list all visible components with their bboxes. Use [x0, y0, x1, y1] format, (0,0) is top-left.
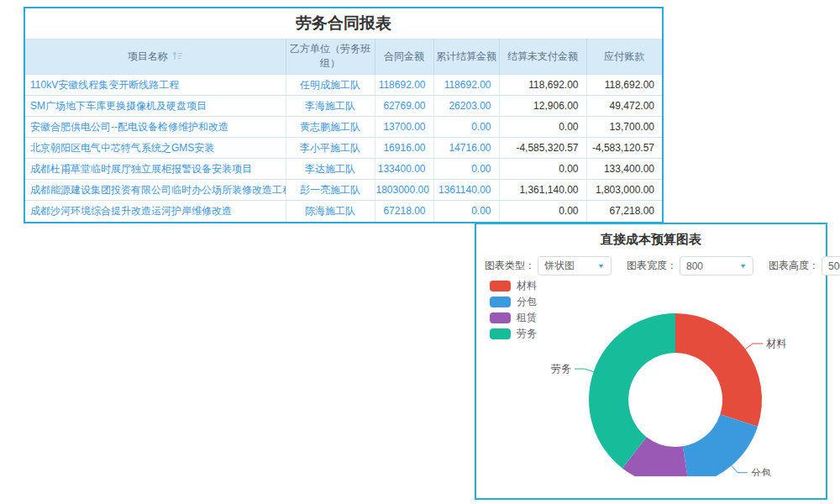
project-name-link[interactable]: 成都杜甫草堂临时展厅独立展柜报警设备安装项目	[25, 159, 286, 180]
legend-swatch-subcontract	[490, 297, 511, 307]
table-row: 110kV安徽线程集变开断线路工程 任明成施工队 118692.00 11869…	[25, 75, 662, 96]
contract-amount-cell: 62769.00	[375, 96, 433, 117]
contract-amount-cell: 133400.00	[375, 159, 433, 180]
legend-swatch-materials	[490, 281, 511, 291]
settled-amount-cell: 0.00	[433, 159, 499, 180]
settled-amount-cell: 1361140.00	[433, 180, 499, 201]
payable-cell: 13,700.00	[586, 117, 662, 138]
table-row: 成都杜甫草堂临时展厅独立展柜报警设备安装项目 李达施工队 133400.00 0…	[25, 159, 662, 180]
column-header-payable: 应付账款	[586, 39, 662, 75]
unpaid-amount-cell: 0.00	[499, 117, 586, 138]
legend-label-lease: 租赁	[517, 311, 537, 325]
payable-cell: 133,400.00	[586, 159, 662, 180]
team-cell: 任明成施工队	[286, 75, 375, 96]
sort-icon[interactable]	[172, 51, 183, 63]
project-name-link[interactable]: 110kV安徽线程集变开断线路工程	[25, 75, 286, 96]
project-name-link[interactable]: 成都沙河环境综合提升改造运河护岸维修改造	[25, 201, 286, 222]
pie-slice-劳务[interactable]	[589, 313, 675, 468]
table-row: SM广场地下车库更换摄像机及硬盘项目 李海施工队 62769.00 26203.…	[25, 96, 662, 117]
team-cell: 李海施工队	[286, 96, 375, 117]
unpaid-amount-cell: 0.00	[499, 201, 586, 222]
slice-label: 材料	[765, 338, 786, 349]
unpaid-amount-cell: -4,585,320.57	[499, 138, 586, 159]
legend-item-materials[interactable]: 材料	[490, 278, 537, 294]
label-leader-line	[745, 344, 763, 349]
chart-legend: 材料 分包 租赁 劳务	[490, 278, 537, 342]
team-cell: 李小平施工队	[286, 138, 375, 159]
table-row: 北京朝阳区电气中芯特气系统之GMS安装 李小平施工队 16916.00 1471…	[25, 138, 662, 159]
legend-item-subcontract[interactable]: 分包	[490, 294, 537, 310]
payable-cell: 67,218.00	[586, 201, 662, 222]
legend-item-labor[interactable]: 劳务	[490, 326, 537, 342]
column-header-team: 乙方单位（劳务班组）	[286, 39, 375, 75]
settled-amount-cell: 26203.00	[433, 96, 499, 117]
legend-swatch-lease	[490, 312, 511, 323]
donut-chart[interactable]: 材料分包租赁劳务	[476, 224, 826, 476]
page: { "report": { "title": "劳务合同报表", "column…	[0, 0, 840, 504]
chart-height-value: 500	[828, 260, 840, 272]
settled-amount-cell: 118692.00	[433, 75, 499, 96]
contract-amount-cell: 16916.00	[375, 138, 433, 159]
contract-amount-cell: 1803000.00	[375, 180, 433, 201]
payable-cell: 118,692.00	[586, 75, 662, 96]
header-row: 项目名称 乙方单位（劳务班组） 合同金额 累计结算金额 结算未支付金额 应付账款	[25, 39, 662, 75]
direct-cost-budget-chart-panel: 直接成本预算图表 图表类型： 饼状图 ▼ 图表宽度： 800 ▼ 图表高度： 5…	[475, 223, 827, 500]
legend-label-subcontract: 分包	[517, 295, 537, 309]
column-header-settled-amount: 累计结算金额	[433, 39, 499, 75]
table-row: 成都能源建设集团投资有限公司临时办公场所装修改造工程EPC 彭一亮施工队 180…	[25, 180, 662, 201]
report-table: 项目名称 乙方单位（劳务班组） 合同金额 累计结算金额 结算未支付金额 应付账款…	[25, 39, 662, 222]
legend-label-materials: 材料	[517, 279, 537, 293]
pie-slice-材料[interactable]	[675, 313, 762, 427]
label-leader-line	[575, 369, 594, 372]
payable-cell: -4,583,120.57	[586, 138, 662, 159]
pie-slice-分包[interactable]	[683, 414, 758, 476]
contract-amount-cell: 13700.00	[375, 117, 433, 138]
unpaid-amount-cell: 118,692.00	[499, 75, 586, 96]
unpaid-amount-cell: 1,361,140.00	[499, 180, 586, 201]
project-name-link[interactable]: SM广场地下车库更换摄像机及硬盘项目	[25, 96, 286, 117]
column-header-unpaid-amount: 结算未支付金额	[499, 39, 586, 75]
settled-amount-cell: 14716.00	[433, 138, 499, 159]
project-name-link[interactable]: 安徽合肥供电公司--配电设备检修维护和改造	[25, 117, 286, 138]
payable-cell: 49,472.00	[586, 96, 662, 117]
column-header-contract-amount: 合同金额	[375, 39, 433, 75]
team-cell: 陈海施工队	[286, 201, 375, 222]
table-row: 安徽合肥供电公司--配电设备检修维护和改造 黄志鹏施工队 13700.00 0.…	[25, 117, 662, 138]
team-cell: 彭一亮施工队	[286, 180, 375, 201]
legend-swatch-labor	[490, 328, 511, 339]
team-cell: 黄志鹏施工队	[286, 117, 375, 138]
slice-label: 分包	[751, 467, 771, 476]
project-name-link[interactable]: 北京朝阳区电气中芯特气系统之GMS安装	[25, 138, 286, 159]
settled-amount-cell: 0.00	[433, 117, 499, 138]
project-name-link[interactable]: 成都能源建设集团投资有限公司临时办公场所装修改造工程EPC	[25, 180, 286, 201]
labor-contract-report-panel: 劳务合同报表 项目名称 乙方单位（劳务班组） 合同金额 累计结算金额 结算未支付…	[24, 7, 664, 223]
column-header-project-label: 项目名称	[128, 50, 168, 62]
report-title: 劳务合同报表	[25, 8, 662, 39]
legend-item-lease[interactable]: 租赁	[490, 310, 537, 326]
slice-label: 劳务	[551, 363, 571, 375]
team-cell: 李达施工队	[286, 159, 375, 180]
contract-amount-cell: 118692.00	[375, 75, 433, 96]
legend-label-labor: 劳务	[517, 327, 537, 341]
column-header-project: 项目名称	[25, 39, 286, 75]
contract-amount-cell: 67218.00	[375, 201, 433, 222]
settled-amount-cell: 0.00	[433, 201, 499, 222]
payable-cell: 1,803,000.00	[586, 180, 662, 201]
table-row: 成都沙河环境综合提升改造运河护岸维修改造 陈海施工队 67218.00 0.00…	[25, 201, 662, 222]
label-leader-line	[732, 465, 748, 472]
unpaid-amount-cell: 12,906.00	[499, 96, 586, 117]
unpaid-amount-cell: 0.00	[499, 159, 586, 180]
